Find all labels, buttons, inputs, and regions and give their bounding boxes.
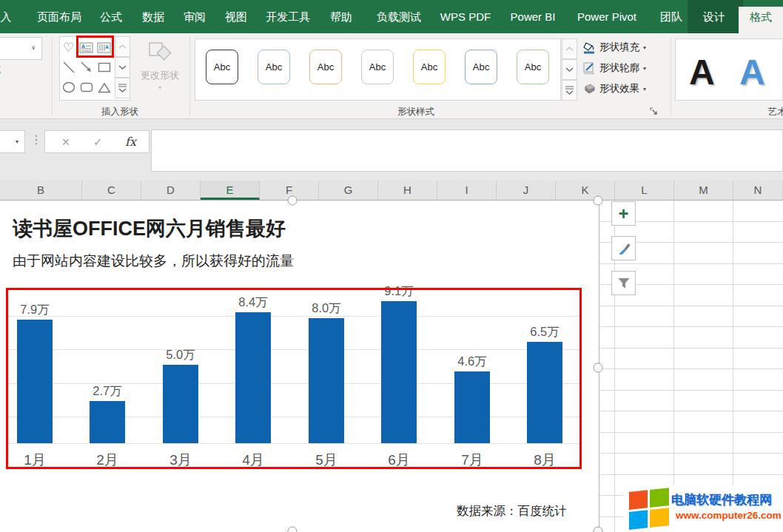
column-header-K[interactable]: K xyxy=(556,181,615,200)
gallery-more-icon[interactable] xyxy=(115,78,130,98)
formula-input[interactable] xyxy=(151,129,783,172)
chart-filters-button[interactable] xyxy=(611,271,636,295)
chart-styles-button[interactable] xyxy=(611,236,636,260)
shape-style-swatch-6[interactable]: Abc xyxy=(465,50,497,84)
ribbon-tab-帮助[interactable]: 帮助 xyxy=(330,0,352,33)
selection-handle[interactable] xyxy=(594,196,603,206)
insert-function-icon[interactable]: fx xyxy=(125,135,136,149)
column-header-I[interactable]: I xyxy=(437,181,497,200)
scroll-up-icon[interactable] xyxy=(562,38,577,59)
group-divider xyxy=(189,37,190,115)
shape-styles-scrollbar[interactable] xyxy=(562,38,577,101)
column-header-J[interactable]: J xyxy=(497,181,556,200)
column-header-G[interactable]: G xyxy=(319,181,378,200)
red-annotation-rectangle xyxy=(6,288,582,469)
change-shape-label: 更改形状 xyxy=(133,69,186,82)
chart-source-text[interactable]: 数据来源：百度统计 xyxy=(457,503,567,519)
chevron-down-icon: ▾ xyxy=(643,86,646,92)
chart-subtitle[interactable]: 由于网站内容建设比较多，所以获得好的流量 xyxy=(13,252,294,271)
shape-effects-button[interactable]: 形状效果 ▾ xyxy=(583,81,646,96)
heart-shape-icon[interactable]: ♡ xyxy=(60,38,77,57)
formula-strip: ▾ ⋮ ✕ ✓ fx xyxy=(0,119,783,181)
shape-style-swatch-2[interactable]: Abc xyxy=(258,50,290,84)
shape-fill-button[interactable]: 形状填充 ▾ xyxy=(583,40,646,55)
watermark-logo: 电脑软硬件教程网 www.computer26.com xyxy=(624,485,783,532)
scroll-down-icon[interactable] xyxy=(115,57,130,78)
name-box[interactable]: ▾ xyxy=(0,130,25,153)
shape-styles-dialog-launcher-icon[interactable] xyxy=(650,105,658,118)
selection-handle[interactable] xyxy=(288,527,298,532)
wordart-gallery: A A xyxy=(675,38,783,101)
ribbon-tab-power-pivot[interactable]: Power Pivot xyxy=(577,0,636,33)
ribbon-tab-审阅[interactable]: 审阅 xyxy=(184,0,206,33)
column-header-E[interactable]: E xyxy=(201,181,260,200)
enter-icon[interactable]: ✓ xyxy=(93,135,103,149)
selection-handle[interactable] xyxy=(288,196,298,206)
window-flag-icon xyxy=(629,488,671,531)
plus-icon: + xyxy=(618,205,628,223)
format-selection-partial-text[interactable]: 式 xyxy=(0,63,1,76)
column-header-C[interactable]: C xyxy=(82,181,141,200)
shape-style-swatch-5[interactable]: Abc xyxy=(413,50,446,84)
ribbon-tab-开发工具[interactable]: 开发工具 xyxy=(266,0,310,33)
shape-effects-label: 形状效果 xyxy=(599,82,639,95)
ribbon-tab-insert-partial[interactable]: 入 xyxy=(1,0,12,33)
scroll-down-icon[interactable] xyxy=(562,59,577,80)
column-header-L[interactable]: L xyxy=(615,181,674,200)
chart-elements-button[interactable]: + xyxy=(611,201,636,226)
ribbon-tab-power-bi[interactable]: Power BI xyxy=(511,0,556,33)
oval-shape-icon[interactable] xyxy=(60,78,77,97)
shape-effects-icon xyxy=(583,83,596,95)
textbox-highlight-annotation xyxy=(76,36,114,58)
column-header-N[interactable]: N xyxy=(733,181,783,200)
ribbon-tab-视图[interactable]: 视图 xyxy=(225,0,247,33)
shape-style-swatch-7[interactable]: Abc xyxy=(517,50,549,84)
ribbon-tab-bar: 入页面布局公式数据审阅视图开发工具帮助负载测试WPS PDFPower BIPo… xyxy=(0,0,783,33)
formula-buttons-box: ✕ ✓ fx xyxy=(44,130,149,153)
name-box-dropdown-icon: ▾ xyxy=(16,138,19,145)
selection-handle[interactable] xyxy=(594,527,603,532)
chart-title[interactable]: 读书屋OFFICE网六月销售最好 xyxy=(13,215,286,242)
ribbon-tab-wps-pdf[interactable]: WPS PDF xyxy=(440,0,491,33)
chart-element-selector[interactable]: ∨ xyxy=(0,37,42,60)
column-header-B[interactable]: B xyxy=(0,181,82,200)
ribbon-tab-格式[interactable]: 格式 xyxy=(750,0,772,33)
chart-object[interactable]: 读书屋OFFICE网六月销售最好 由于网站内容建设比较多，所以获得好的流量 7.… xyxy=(0,201,599,532)
cancel-icon[interactable]: ✕ xyxy=(61,136,70,148)
rectangle-shape-icon[interactable] xyxy=(95,58,112,77)
ribbon-tab-页面布局[interactable]: 页面布局 xyxy=(37,0,81,33)
line-shape-icon[interactable] xyxy=(60,58,77,77)
wordart-style-blue[interactable]: A xyxy=(739,52,765,93)
shape-outline-button[interactable]: 形状轮廓 ▾ xyxy=(583,61,646,75)
selection-handle[interactable] xyxy=(594,363,603,373)
column-header-D[interactable]: D xyxy=(141,181,201,200)
change-shape-icon xyxy=(147,41,172,66)
ribbon-tab-公式[interactable]: 公式 xyxy=(100,0,122,33)
shape-style-swatch-1[interactable]: Abc xyxy=(206,50,238,84)
shape-style-swatch-3[interactable]: Abc xyxy=(309,50,342,84)
formula-bar-drag-handle[interactable]: ⋮ xyxy=(30,132,42,147)
shape-fill-label: 形状填充 xyxy=(599,41,639,54)
insert-shapes-group-label: 插入形状 xyxy=(101,106,138,118)
column-header-H[interactable]: H xyxy=(378,181,437,200)
scroll-up-icon[interactable] xyxy=(115,36,130,57)
ribbon-tab-数据[interactable]: 数据 xyxy=(142,0,164,33)
ribbon-tab-设计[interactable]: 设计 xyxy=(703,0,725,33)
wordart-group-label-partial: 艺术 xyxy=(768,106,783,118)
triangle-shape-icon[interactable] xyxy=(95,78,112,97)
column-header-M[interactable]: M xyxy=(674,181,733,200)
insert-shapes-scrollbar[interactable] xyxy=(115,36,130,98)
ribbon-tab-团队[interactable]: 团队 xyxy=(660,0,682,33)
rounded-rectangle-shape-icon[interactable] xyxy=(78,78,95,97)
flag-square-2 xyxy=(650,488,669,508)
shape-style-swatch-4[interactable]: Abc xyxy=(361,50,394,84)
group-divider xyxy=(52,37,53,115)
ribbon-tab-负载测试[interactable]: 负载测试 xyxy=(377,0,421,33)
gallery-more-icon[interactable] xyxy=(562,80,577,101)
pencil-outline-icon xyxy=(583,62,596,75)
arrow-shape-icon[interactable] xyxy=(78,58,95,77)
paint-bucket-icon xyxy=(583,41,596,54)
shape-styles-group-label: 形状样式 xyxy=(397,106,434,118)
wordart-style-black[interactable]: A xyxy=(689,52,715,93)
change-shape-button[interactable]: 更改形状 ▾ xyxy=(133,38,186,101)
